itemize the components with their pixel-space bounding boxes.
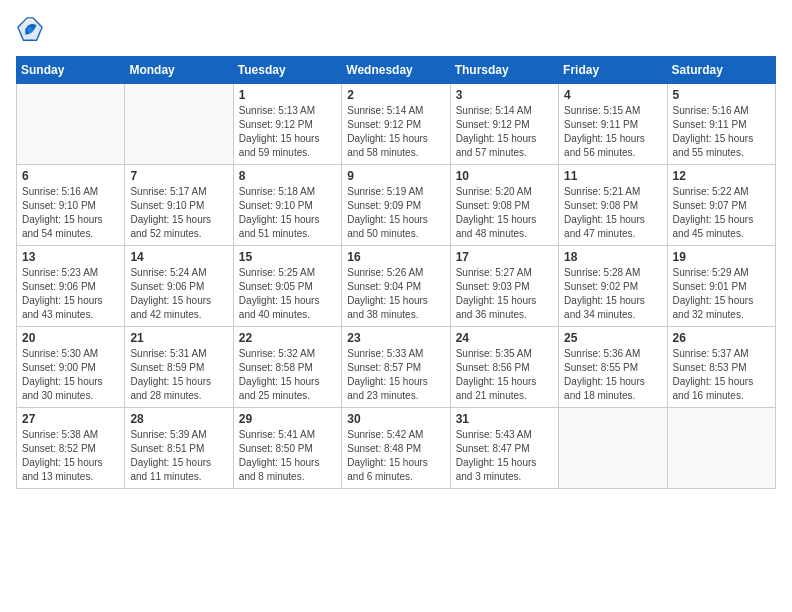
calendar-cell: 29Sunrise: 5:41 AM Sunset: 8:50 PM Dayli…	[233, 408, 341, 489]
calendar-cell: 5Sunrise: 5:16 AM Sunset: 9:11 PM Daylig…	[667, 84, 775, 165]
day-info: Sunrise: 5:16 AM Sunset: 9:10 PM Dayligh…	[22, 185, 119, 241]
day-number: 12	[673, 169, 770, 183]
calendar-cell	[667, 408, 775, 489]
day-info: Sunrise: 5:41 AM Sunset: 8:50 PM Dayligh…	[239, 428, 336, 484]
weekday-header-wednesday: Wednesday	[342, 57, 450, 84]
day-info: Sunrise: 5:30 AM Sunset: 9:00 PM Dayligh…	[22, 347, 119, 403]
day-info: Sunrise: 5:24 AM Sunset: 9:06 PM Dayligh…	[130, 266, 227, 322]
day-info: Sunrise: 5:27 AM Sunset: 9:03 PM Dayligh…	[456, 266, 553, 322]
day-number: 1	[239, 88, 336, 102]
calendar-cell: 1Sunrise: 5:13 AM Sunset: 9:12 PM Daylig…	[233, 84, 341, 165]
calendar-week-4: 20Sunrise: 5:30 AM Sunset: 9:00 PM Dayli…	[17, 327, 776, 408]
day-info: Sunrise: 5:39 AM Sunset: 8:51 PM Dayligh…	[130, 428, 227, 484]
day-number: 20	[22, 331, 119, 345]
day-number: 18	[564, 250, 661, 264]
calendar-week-1: 1Sunrise: 5:13 AM Sunset: 9:12 PM Daylig…	[17, 84, 776, 165]
day-number: 24	[456, 331, 553, 345]
day-number: 8	[239, 169, 336, 183]
day-info: Sunrise: 5:23 AM Sunset: 9:06 PM Dayligh…	[22, 266, 119, 322]
day-info: Sunrise: 5:20 AM Sunset: 9:08 PM Dayligh…	[456, 185, 553, 241]
calendar-header: SundayMondayTuesdayWednesdayThursdayFrid…	[17, 57, 776, 84]
calendar-cell: 25Sunrise: 5:36 AM Sunset: 8:55 PM Dayli…	[559, 327, 667, 408]
calendar-cell: 8Sunrise: 5:18 AM Sunset: 9:10 PM Daylig…	[233, 165, 341, 246]
calendar-cell	[125, 84, 233, 165]
day-info: Sunrise: 5:21 AM Sunset: 9:08 PM Dayligh…	[564, 185, 661, 241]
calendar-cell: 19Sunrise: 5:29 AM Sunset: 9:01 PM Dayli…	[667, 246, 775, 327]
calendar-cell: 20Sunrise: 5:30 AM Sunset: 9:00 PM Dayli…	[17, 327, 125, 408]
calendar-cell: 30Sunrise: 5:42 AM Sunset: 8:48 PM Dayli…	[342, 408, 450, 489]
weekday-header-monday: Monday	[125, 57, 233, 84]
day-info: Sunrise: 5:25 AM Sunset: 9:05 PM Dayligh…	[239, 266, 336, 322]
day-number: 2	[347, 88, 444, 102]
day-info: Sunrise: 5:14 AM Sunset: 9:12 PM Dayligh…	[347, 104, 444, 160]
day-info: Sunrise: 5:16 AM Sunset: 9:11 PM Dayligh…	[673, 104, 770, 160]
weekday-header-saturday: Saturday	[667, 57, 775, 84]
calendar-cell: 22Sunrise: 5:32 AM Sunset: 8:58 PM Dayli…	[233, 327, 341, 408]
calendar-cell: 11Sunrise: 5:21 AM Sunset: 9:08 PM Dayli…	[559, 165, 667, 246]
day-number: 26	[673, 331, 770, 345]
calendar-cell: 6Sunrise: 5:16 AM Sunset: 9:10 PM Daylig…	[17, 165, 125, 246]
day-info: Sunrise: 5:32 AM Sunset: 8:58 PM Dayligh…	[239, 347, 336, 403]
day-number: 3	[456, 88, 553, 102]
calendar-cell: 3Sunrise: 5:14 AM Sunset: 9:12 PM Daylig…	[450, 84, 558, 165]
day-number: 27	[22, 412, 119, 426]
day-info: Sunrise: 5:19 AM Sunset: 9:09 PM Dayligh…	[347, 185, 444, 241]
day-info: Sunrise: 5:28 AM Sunset: 9:02 PM Dayligh…	[564, 266, 661, 322]
calendar-cell: 14Sunrise: 5:24 AM Sunset: 9:06 PM Dayli…	[125, 246, 233, 327]
day-number: 16	[347, 250, 444, 264]
weekday-row: SundayMondayTuesdayWednesdayThursdayFrid…	[17, 57, 776, 84]
day-info: Sunrise: 5:15 AM Sunset: 9:11 PM Dayligh…	[564, 104, 661, 160]
day-number: 23	[347, 331, 444, 345]
day-number: 31	[456, 412, 553, 426]
calendar-cell: 26Sunrise: 5:37 AM Sunset: 8:53 PM Dayli…	[667, 327, 775, 408]
calendar-cell: 4Sunrise: 5:15 AM Sunset: 9:11 PM Daylig…	[559, 84, 667, 165]
calendar-cell: 16Sunrise: 5:26 AM Sunset: 9:04 PM Dayli…	[342, 246, 450, 327]
calendar-cell: 28Sunrise: 5:39 AM Sunset: 8:51 PM Dayli…	[125, 408, 233, 489]
day-number: 5	[673, 88, 770, 102]
calendar-cell: 18Sunrise: 5:28 AM Sunset: 9:02 PM Dayli…	[559, 246, 667, 327]
logo	[16, 16, 48, 44]
day-number: 4	[564, 88, 661, 102]
day-number: 21	[130, 331, 227, 345]
calendar-cell: 15Sunrise: 5:25 AM Sunset: 9:05 PM Dayli…	[233, 246, 341, 327]
calendar-cell: 10Sunrise: 5:20 AM Sunset: 9:08 PM Dayli…	[450, 165, 558, 246]
day-number: 19	[673, 250, 770, 264]
calendar-cell: 2Sunrise: 5:14 AM Sunset: 9:12 PM Daylig…	[342, 84, 450, 165]
calendar-body: 1Sunrise: 5:13 AM Sunset: 9:12 PM Daylig…	[17, 84, 776, 489]
calendar-cell: 21Sunrise: 5:31 AM Sunset: 8:59 PM Dayli…	[125, 327, 233, 408]
calendar-cell: 7Sunrise: 5:17 AM Sunset: 9:10 PM Daylig…	[125, 165, 233, 246]
day-info: Sunrise: 5:35 AM Sunset: 8:56 PM Dayligh…	[456, 347, 553, 403]
day-number: 14	[130, 250, 227, 264]
day-info: Sunrise: 5:31 AM Sunset: 8:59 PM Dayligh…	[130, 347, 227, 403]
calendar-cell: 17Sunrise: 5:27 AM Sunset: 9:03 PM Dayli…	[450, 246, 558, 327]
calendar-cell: 24Sunrise: 5:35 AM Sunset: 8:56 PM Dayli…	[450, 327, 558, 408]
day-number: 13	[22, 250, 119, 264]
day-number: 10	[456, 169, 553, 183]
weekday-header-tuesday: Tuesday	[233, 57, 341, 84]
calendar-cell: 12Sunrise: 5:22 AM Sunset: 9:07 PM Dayli…	[667, 165, 775, 246]
day-info: Sunrise: 5:36 AM Sunset: 8:55 PM Dayligh…	[564, 347, 661, 403]
day-info: Sunrise: 5:29 AM Sunset: 9:01 PM Dayligh…	[673, 266, 770, 322]
day-number: 29	[239, 412, 336, 426]
day-number: 11	[564, 169, 661, 183]
day-info: Sunrise: 5:33 AM Sunset: 8:57 PM Dayligh…	[347, 347, 444, 403]
calendar-cell	[559, 408, 667, 489]
day-info: Sunrise: 5:38 AM Sunset: 8:52 PM Dayligh…	[22, 428, 119, 484]
calendar-week-3: 13Sunrise: 5:23 AM Sunset: 9:06 PM Dayli…	[17, 246, 776, 327]
calendar-cell	[17, 84, 125, 165]
calendar-week-5: 27Sunrise: 5:38 AM Sunset: 8:52 PM Dayli…	[17, 408, 776, 489]
day-info: Sunrise: 5:42 AM Sunset: 8:48 PM Dayligh…	[347, 428, 444, 484]
svg-point-2	[27, 27, 33, 33]
weekday-header-sunday: Sunday	[17, 57, 125, 84]
calendar-week-2: 6Sunrise: 5:16 AM Sunset: 9:10 PM Daylig…	[17, 165, 776, 246]
day-info: Sunrise: 5:37 AM Sunset: 8:53 PM Dayligh…	[673, 347, 770, 403]
day-number: 28	[130, 412, 227, 426]
day-info: Sunrise: 5:26 AM Sunset: 9:04 PM Dayligh…	[347, 266, 444, 322]
page-header	[16, 16, 776, 44]
day-info: Sunrise: 5:43 AM Sunset: 8:47 PM Dayligh…	[456, 428, 553, 484]
day-number: 7	[130, 169, 227, 183]
day-info: Sunrise: 5:17 AM Sunset: 9:10 PM Dayligh…	[130, 185, 227, 241]
day-number: 15	[239, 250, 336, 264]
weekday-header-thursday: Thursday	[450, 57, 558, 84]
day-info: Sunrise: 5:13 AM Sunset: 9:12 PM Dayligh…	[239, 104, 336, 160]
